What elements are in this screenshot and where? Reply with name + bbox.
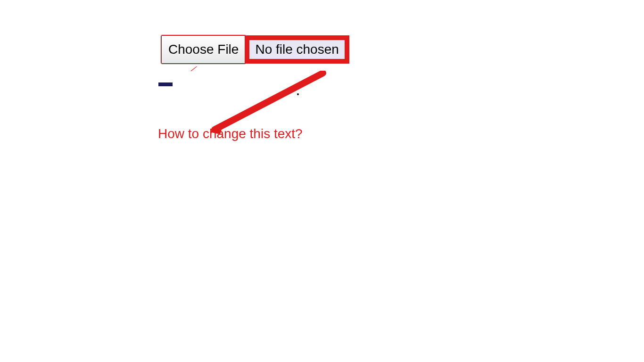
decorative-dot (297, 93, 299, 95)
choose-file-button[interactable]: Choose File (161, 35, 246, 64)
annotation-question: How to change this text? (158, 126, 303, 141)
decorative-mark (158, 82, 173, 86)
file-status-text: No file chosen (255, 42, 339, 57)
file-status-highlighted: No file chosen (245, 35, 349, 64)
svg-line-0 (215, 73, 323, 130)
decorative-slash: ⁄ (191, 64, 197, 74)
file-input-control: Choose File No file chosen (161, 35, 349, 64)
